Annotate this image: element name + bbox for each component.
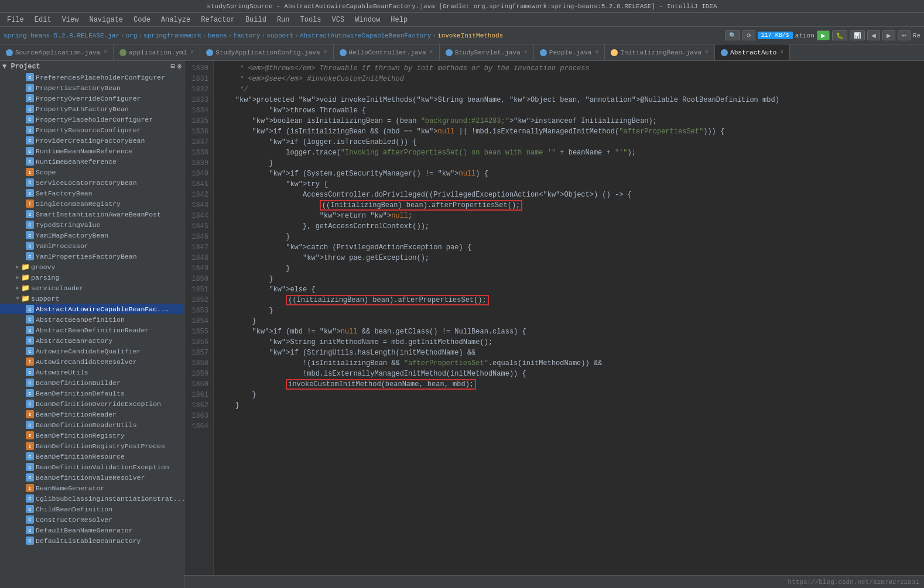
code-content[interactable]: * <em>@throws</em> Throwable if thrown b… bbox=[214, 61, 924, 575]
tab-initbean[interactable]: InitializingBean.java × bbox=[605, 44, 715, 60]
tree-item[interactable]: ▶📁serviceloader bbox=[0, 283, 184, 293]
tree-item[interactable]: IAutowireCandidateResolver bbox=[0, 356, 184, 367]
tab-close-yml[interactable]: × bbox=[190, 49, 194, 56]
editor: 1830183118321833183418351836183718381839… bbox=[184, 61, 924, 588]
menu-edit[interactable]: Edit bbox=[30, 15, 56, 25]
tab-config[interactable]: StudyApplicationConfig.java × bbox=[200, 44, 333, 60]
tab-close-servlet[interactable]: × bbox=[524, 49, 528, 56]
tab-close-source[interactable]: × bbox=[104, 49, 107, 56]
nav-forward-btn[interactable]: ▶ bbox=[882, 30, 895, 40]
nav-beans[interactable]: beans bbox=[208, 32, 227, 39]
menu-refactor[interactable]: Refactor bbox=[196, 15, 239, 25]
menu-analyze[interactable]: Analyze bbox=[156, 15, 195, 25]
tree-item[interactable]: CAbstractBeanDefinition bbox=[0, 314, 184, 325]
tab-icon-initbean bbox=[611, 49, 618, 56]
tree-item[interactable]: CAbstractAutowireCapableBeanFac... bbox=[0, 304, 184, 314]
nav-debug-btn[interactable]: 🐛 bbox=[832, 30, 847, 40]
tab-people[interactable]: People.java × bbox=[534, 44, 605, 60]
nav-search-btn[interactable]: 🔍 bbox=[725, 30, 740, 40]
menu-tools[interactable]: Tools bbox=[296, 15, 326, 25]
nav-run-btn[interactable]: ▶ bbox=[817, 30, 830, 40]
menu-help[interactable]: Help bbox=[386, 15, 412, 25]
tree-item[interactable]: CRuntimeBeanNameReference bbox=[0, 146, 184, 156]
nav-support[interactable]: support bbox=[266, 32, 293, 39]
tree-item-label: SingletonBeanRegistry bbox=[36, 200, 121, 208]
tree-item[interactable]: CBeanDefinitionDefaults bbox=[0, 388, 184, 398]
tree-item[interactable]: CBeanDefinitionReaderUtils bbox=[0, 419, 184, 430]
nav-factory[interactable]: factory bbox=[233, 32, 260, 39]
tree-item[interactable]: CAutowireCandidateQualifier bbox=[0, 346, 184, 356]
tree-item[interactable]: CYamlMapFactoryBean bbox=[0, 230, 184, 240]
sidebar-toolbar: ▼ Project ⊟ ⚙ bbox=[0, 61, 184, 72]
tree-item-label: AbstractBeanDefinition bbox=[36, 316, 125, 324]
tree-item[interactable]: CBeanDefinitionBuilder bbox=[0, 377, 184, 388]
menu-vcs[interactable]: VCS bbox=[327, 15, 350, 25]
tree-file-icon: C bbox=[26, 379, 34, 387]
tree-item[interactable]: IScope bbox=[0, 167, 184, 177]
tab-servlet[interactable]: StudyServlet.java × bbox=[440, 44, 534, 60]
nav-profile-btn[interactable]: 📊 bbox=[850, 30, 865, 40]
tree-item[interactable]: ▼📁support bbox=[0, 293, 184, 304]
menu-code[interactable]: Code bbox=[129, 15, 155, 25]
tree-item[interactable]: CBeanDefinitionOverrideException bbox=[0, 398, 184, 409]
code-area[interactable]: 1830183118321833183418351836183718381839… bbox=[184, 61, 924, 575]
menu-window[interactable]: Window bbox=[350, 15, 385, 25]
tree-item-label: parsing bbox=[31, 274, 59, 281]
tree-item[interactable]: CConstructorResolver bbox=[0, 514, 184, 525]
nav-revert-btn[interactable]: ↩ bbox=[898, 30, 911, 40]
tree-item[interactable]: CPropertyPathFactoryBean bbox=[0, 104, 184, 114]
tree-item[interactable]: CRuntimeBeanReference bbox=[0, 156, 184, 167]
nav-jar[interactable]: spring-beans-5.2.8.RELEASE.jar bbox=[4, 32, 119, 39]
tree-item[interactable]: CYamlProcessor bbox=[0, 240, 184, 251]
tree-item[interactable]: ISingletonBeanRegistry bbox=[0, 198, 184, 209]
tab-source[interactable]: SourceApplication.java × bbox=[0, 44, 114, 60]
tree-item[interactable]: CDefaultBeanNameGenerator bbox=[0, 525, 184, 535]
tree-item[interactable]: CBeanDefinitionValidationException bbox=[0, 462, 184, 472]
tree-item[interactable]: CPropertyPlaceholderConfigurer bbox=[0, 114, 184, 125]
tab-close-initbean[interactable]: × bbox=[705, 49, 709, 56]
tree-item[interactable]: IBeanNameGenerator bbox=[0, 483, 184, 493]
tab-controller[interactable]: HelloController.java × bbox=[334, 44, 440, 60]
tree-item[interactable]: CDefaultListableBeanFactory bbox=[0, 535, 184, 546]
tree-item[interactable]: CCglibSubclassingInstantiationStrat... bbox=[0, 493, 184, 504]
tree-item[interactable]: CServiceLocatorFactoryBean bbox=[0, 177, 184, 188]
sidebar-settings-btn[interactable]: ⚙ bbox=[177, 62, 182, 71]
tab-close-people[interactable]: × bbox=[595, 49, 598, 56]
tree-item[interactable]: CSmartInstantiationAwareBeanPost bbox=[0, 209, 184, 219]
tree-item[interactable]: ▶📁groovy bbox=[0, 262, 184, 272]
tree-item[interactable]: CYamlPropertiesFactoryBean bbox=[0, 251, 184, 262]
nav-org[interactable]: org bbox=[126, 32, 138, 39]
tree-item[interactable]: CPropertyResourceConfigurer bbox=[0, 125, 184, 135]
tree-item[interactable]: CChildBeanDefinition bbox=[0, 504, 184, 514]
nav-sync-btn[interactable]: ⟳ bbox=[742, 30, 755, 40]
tree-item[interactable]: IBeanDefinitionRegistry bbox=[0, 430, 184, 441]
tree-item[interactable]: CSetFactoryBean bbox=[0, 188, 184, 198]
menu-build[interactable]: Build bbox=[241, 15, 271, 25]
tab-abstract[interactable]: AbstractAuto × bbox=[715, 44, 790, 60]
nav-back-btn[interactable]: ◀ bbox=[867, 30, 880, 40]
menu-view[interactable]: View bbox=[57, 15, 84, 25]
tree-item[interactable]: CBeanDefinitionValueResolver bbox=[0, 472, 184, 483]
tree-item[interactable]: CProviderCreatingFactoryBean bbox=[0, 135, 184, 146]
tab-close-abstract[interactable]: × bbox=[780, 49, 783, 56]
menu-run[interactable]: Run bbox=[272, 15, 295, 25]
tree-item[interactable]: ▶📁parsing bbox=[0, 272, 184, 283]
tree-item[interactable]: IBeanDefinitionRegistryPostProces bbox=[0, 441, 184, 451]
tree-item[interactable]: IBeanDefinitionReader bbox=[0, 409, 184, 419]
tab-close-config[interactable]: × bbox=[324, 49, 327, 56]
menu-file[interactable]: File bbox=[2, 15, 29, 25]
nav-springframework[interactable]: springframework bbox=[143, 32, 201, 39]
sidebar-collapse-btn[interactable]: ⊟ bbox=[171, 62, 175, 71]
tree-item[interactable]: CAbstractBeanFactory bbox=[0, 335, 184, 346]
tree-item[interactable]: CAutowireUtils bbox=[0, 367, 184, 377]
tree-item[interactable]: CTypedStringValue bbox=[0, 219, 184, 230]
menu-navigate[interactable]: Navigate bbox=[84, 15, 128, 25]
tab-yml[interactable]: application.yml × bbox=[114, 44, 200, 60]
tree-item[interactable]: CPropertyOverrideConfigurer bbox=[0, 93, 184, 104]
tree-item[interactable]: CBeanDefinitionResource bbox=[0, 451, 184, 462]
tree-item[interactable]: CPreferencesPlaceholderConfigurer bbox=[0, 72, 184, 82]
nav-class[interactable]: AbstractAutowireCapableBeanFactory bbox=[300, 32, 431, 39]
tab-close-controller[interactable]: × bbox=[430, 49, 433, 56]
tree-item[interactable]: CAbstractBeanDefinitionReader bbox=[0, 325, 184, 335]
tree-item[interactable]: CPropertiesFactoryBean bbox=[0, 82, 184, 93]
